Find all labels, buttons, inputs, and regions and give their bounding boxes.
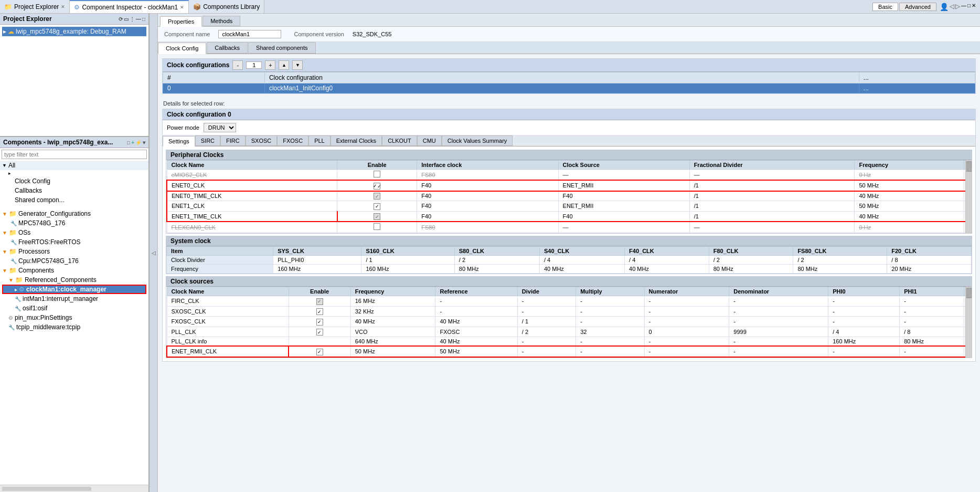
inspector-close[interactable]: ✕ xyxy=(180,5,184,10)
project-root-item[interactable]: ▸ ☁ lwip_mpc5748g_example: Debug_RAM xyxy=(2,27,146,36)
tree-pinmux[interactable]: ⚙ pin_mux:PinSettings xyxy=(2,313,146,322)
row-enet0-clk[interactable]: ENET0_CLK ✓ F40 ENET_RMII /1 50 MHz xyxy=(167,181,971,191)
row-enet1-clk[interactable]: ENET1_CLK ✓ F40 ENET_RMII /1 50 MHz xyxy=(167,201,971,212)
back-icon[interactable]: ◁ xyxy=(950,3,954,11)
power-mode-row: Power mode DRUN RUN0 RUN1 xyxy=(163,120,975,135)
enet0-enable-checkbox[interactable]: ✓ xyxy=(374,183,380,190)
settings-tab-sxosc[interactable]: SXOSC xyxy=(246,135,278,146)
properties-tab[interactable]: Properties xyxy=(160,16,202,27)
pll-cb[interactable]: ✓ xyxy=(316,329,323,336)
enet-rmii-cb[interactable]: ✓ xyxy=(316,349,323,355)
comp-icon3[interactable]: ⚡ xyxy=(135,140,142,145)
forward-icon[interactable]: ▷ xyxy=(955,3,960,11)
tree-generator-configs[interactable]: ▼ 📁 Generator_Configurations xyxy=(2,209,146,218)
clock-configurations-section: Clock configurations - + ▲ ▼ # Clock con… xyxy=(162,58,976,94)
src-pll-info[interactable]: PLL_CLK info 640 MHz 40 MHz - - - - 160 xyxy=(167,337,971,347)
flexcan-checkbox[interactable] xyxy=(374,223,380,230)
tree-ref-components[interactable]: ▼ 📁 Referenced_Components xyxy=(2,275,146,285)
settings-tab-settings[interactable]: Settings xyxy=(163,136,195,146)
project-explorer-close[interactable]: ✕ xyxy=(61,4,65,9)
settings-tab-cmu[interactable]: CMU xyxy=(417,135,442,146)
person-icon: 👤 xyxy=(940,3,949,11)
enet0t-checkbox[interactable]: ✓ xyxy=(374,193,380,200)
component-inspector-tab[interactable]: ⚙ Component Inspector - clockMan1 ✕ xyxy=(70,0,189,13)
expand-sub[interactable]: ▸ xyxy=(6,170,148,176)
row-enet0-time[interactable]: ENET0_TIME_CLK ✓ F40 F40 /1 40 MHz xyxy=(167,191,971,201)
tree-osif1[interactable]: 🔧 osif1:osif xyxy=(2,303,146,313)
row-flexcan0[interactable]: FLEXCAN0_CLK FS80 — — 0 Hz xyxy=(167,222,971,233)
project-explorer-tab[interactable]: 📁 Project Explorer ✕ xyxy=(0,0,70,13)
peripheral-clocks-table: Clock Name Enable Interface clock Clock … xyxy=(166,160,972,233)
close-icon[interactable]: ✕ xyxy=(972,3,976,11)
menu-icon[interactable]: ⋮ xyxy=(130,16,135,22)
tree-cpu[interactable]: 🔧 Cpu:MPC5748G_176 xyxy=(2,256,146,266)
components-library-tab[interactable]: 📦 Components Library xyxy=(189,0,264,13)
restore-icon[interactable]: □ xyxy=(967,3,971,11)
content-tab-callbacks[interactable]: Callbacks xyxy=(207,42,248,54)
row-emios2[interactable]: eMIOS2_CLK FS80 — — 0 Hz xyxy=(167,170,971,181)
tree-clockman1[interactable]: ▸ ⚙ clockMan1:clock_manager xyxy=(2,285,146,294)
comp-icon2[interactable]: + xyxy=(131,140,134,145)
tree-item-callbacks[interactable]: Callbacks xyxy=(2,186,146,195)
selected-row-details: Clock configuration 0 Power mode DRUN RU… xyxy=(162,109,976,362)
src-fxosc[interactable]: FXOSC_CLK ✓ 40 MHz 40 MHz / 1 - - - - xyxy=(167,317,971,327)
all-item[interactable]: ▼ All xyxy=(0,161,148,170)
tree-tcpip[interactable]: 🔧 tcpip_middleware:tcpip xyxy=(2,322,146,332)
counter-input[interactable] xyxy=(246,61,262,69)
tree-item-shared[interactable]: Shared compon... xyxy=(2,195,146,205)
src-firc[interactable]: FIRC_CLK ✓ 16 MHz - - - - - - xyxy=(167,296,971,307)
tree-processors[interactable]: ▼ 📁 Processors xyxy=(2,247,146,256)
settings-tab-clockvalues[interactable]: Clock Values Summary xyxy=(442,135,513,146)
power-mode-select[interactable]: DRUN RUN0 RUN1 xyxy=(204,123,236,132)
tree-intman1[interactable]: 🔧 intMan1:interrupt_manager xyxy=(2,294,146,303)
tree-item-clock-config[interactable]: Clock Config xyxy=(2,176,146,186)
enet1t-checkbox[interactable]: ✓ xyxy=(374,213,380,220)
sxosc-cb[interactable]: ✓ xyxy=(316,308,323,315)
down-button[interactable]: ▼ xyxy=(292,60,303,70)
sys-clock-divider-row: Clock Divider PLL_PHI0 / 1 / 2 / 4 / 4 /… xyxy=(167,256,972,265)
project-explorer-header: Project Explorer ⟳ ▭ ⋮ — □ xyxy=(0,14,148,25)
sync-icon[interactable]: ⟳ xyxy=(119,16,123,22)
component-name-input[interactable] xyxy=(218,30,281,38)
minimize-icon[interactable]: — xyxy=(961,3,966,11)
minimize2-icon[interactable]: — xyxy=(136,16,141,22)
collapse-panel-button[interactable]: ◁ xyxy=(150,14,158,492)
library-icon: 📦 xyxy=(193,3,201,11)
comp-icon1[interactable]: □ xyxy=(127,140,130,145)
methods-tab[interactable]: Methods xyxy=(203,16,240,26)
src-enet-rmii[interactable]: ENET_RMII_CLK ✓ 50 MHz 50 MHz - - - - - xyxy=(167,346,971,357)
settings-tab-clkout[interactable]: CLKOUT xyxy=(382,135,417,146)
tree-components[interactable]: ▼ 📁 Components xyxy=(2,266,146,275)
settings-tab-pll[interactable]: PLL xyxy=(308,135,331,146)
plus-button[interactable]: + xyxy=(265,60,275,70)
enet1-checkbox[interactable]: ✓ xyxy=(374,203,380,210)
sys-clock-freq-row: Frequency 160 MHz 160 MHz 80 MHz 40 MHz … xyxy=(167,265,972,274)
settings-tab-extclk[interactable]: External Clocks xyxy=(331,135,382,146)
src-pll[interactable]: PLL_CLK ✓ VCO FXOSC / 2 32 0 9999 / 4 xyxy=(167,327,971,337)
tree-freertos[interactable]: 🔧 FreeRTOS:FreeRTOS xyxy=(2,237,146,247)
row-enet1-time[interactable]: ENET1_TIME_CLK ✓ F40 F40 /1 40 MHz xyxy=(167,211,971,222)
settings-tab-firc[interactable]: FIRC xyxy=(220,135,246,146)
emios2-enable-checkbox[interactable] xyxy=(374,171,380,177)
basic-button[interactable]: Basic xyxy=(872,3,898,11)
tree-mpc[interactable]: 🔧 MPC5748G_176 xyxy=(2,218,146,228)
content-tab-shared[interactable]: Shared components xyxy=(248,42,315,54)
collapse-icon[interactable]: ▭ xyxy=(124,16,129,22)
comp-icon4[interactable]: ▾ xyxy=(143,140,145,145)
maximize-icon[interactable]: □ xyxy=(142,16,145,22)
fxosc-cb[interactable]: ✓ xyxy=(316,319,323,326)
settings-tab-fxosc[interactable]: FXOSC xyxy=(277,135,308,146)
config-row-0[interactable]: 0 clockMan1_InitConfig0 ... xyxy=(163,83,975,93)
advanced-button[interactable]: Advanced xyxy=(899,3,936,11)
tree-oss[interactable]: ▼ 📁 OSs xyxy=(2,228,146,237)
clock-config-table: # Clock configuration ... 0 clockMan1_In… xyxy=(163,72,975,93)
content-tab-clock-config[interactable]: Clock Config xyxy=(158,43,206,54)
minus-button[interactable]: - xyxy=(232,60,243,70)
firc-cb[interactable]: ✓ xyxy=(316,298,323,305)
settings-tab-sirc[interactable]: SIRC xyxy=(195,135,220,146)
filter-input[interactable] xyxy=(2,150,147,159)
project-folder-icon: ☁ xyxy=(8,28,14,35)
clock-sources-section: Clock sources Clock Name Enable Frequenc… xyxy=(166,276,972,358)
src-sxosc[interactable]: SXOSC_CLK ✓ 32 KHz - - - - - - xyxy=(167,306,971,317)
up-button[interactable]: ▲ xyxy=(279,60,289,70)
